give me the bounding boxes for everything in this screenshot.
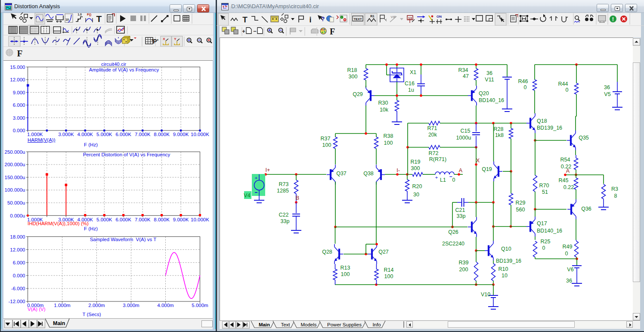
- svg-text:51: 51: [542, 189, 548, 195]
- svg-text:0.22: 0.22: [564, 184, 574, 190]
- svg-text:Y: Y: [174, 37, 176, 41]
- svg-text:5.000K: 5.000K: [96, 217, 112, 222]
- svg-text:9.000K: 9.000K: [173, 217, 189, 222]
- svg-text:C22: C22: [279, 212, 289, 218]
- svg-text:X: X: [163, 37, 165, 41]
- svg-text:13: 13: [408, 16, 412, 20]
- svg-text:560: 560: [516, 207, 525, 213]
- svg-text:Sampled Waveform V(A) vs T: Sampled Waveform V(A) vs T: [90, 237, 157, 242]
- svg-text:1.0: 1.0: [77, 13, 82, 16]
- svg-text:9.000K: 9.000K: [173, 132, 189, 137]
- svg-text:0.000: 0.000: [13, 128, 25, 133]
- svg-text:F(): F(): [87, 12, 92, 16]
- svg-text:BD140_16: BD140_16: [479, 97, 504, 103]
- svg-text:Q19: Q19: [482, 166, 492, 172]
- svg-text:Q28: Q28: [322, 249, 332, 255]
- svg-text:2.000m: 2.000m: [88, 303, 105, 308]
- svg-text:Info: Info: [372, 322, 381, 327]
- svg-text:R10: R10: [498, 266, 508, 272]
- svg-text:1k8: 1k8: [495, 132, 504, 138]
- svg-text:200: 200: [459, 267, 468, 273]
- svg-text:Q29: Q29: [353, 91, 363, 97]
- svg-text:Q27: Q27: [378, 249, 389, 255]
- svg-text:R19: R19: [411, 159, 421, 165]
- svg-text:1u: 1u: [408, 87, 414, 93]
- svg-text:I+: I+: [266, 167, 270, 173]
- svg-text:!: !: [612, 16, 614, 22]
- svg-text:2SC2240: 2SC2240: [442, 241, 464, 247]
- svg-text:A: A: [459, 168, 463, 174]
- svg-text:12.000: 12.000: [10, 247, 25, 252]
- svg-text:C16: C16: [405, 81, 415, 87]
- svg-text:i: i: [309, 16, 311, 24]
- svg-text:33p: 33p: [457, 213, 466, 219]
- svg-text:30: 30: [413, 192, 419, 198]
- svg-text:?: ?: [321, 16, 325, 22]
- svg-text:Models: Models: [300, 322, 316, 327]
- svg-text:0: 0: [452, 177, 455, 183]
- svg-text:3.000: 3.000: [13, 115, 25, 121]
- svg-text:1285: 1285: [277, 188, 289, 194]
- svg-text:BD140_16: BD140_16: [537, 228, 562, 234]
- svg-text:5.000m: 5.000m: [192, 303, 208, 308]
- svg-text:3.000K: 3.000K: [58, 132, 74, 137]
- svg-text:0: 0: [566, 87, 569, 93]
- svg-text:200.000u: 200.000u: [5, 162, 25, 167]
- svg-text:R38: R38: [384, 133, 393, 139]
- svg-text:1.000m: 1.000m: [54, 303, 70, 308]
- svg-text:Q20: Q20: [479, 90, 489, 96]
- svg-text:R70: R70: [539, 183, 549, 189]
- svg-text:10.000K: 10.000K: [191, 217, 209, 222]
- svg-text:100: 100: [384, 140, 393, 146]
- svg-text:12.000: 12.000: [10, 77, 25, 82]
- svg-text:V10: V10: [481, 292, 490, 298]
- svg-text:'P': 'P': [152, 38, 158, 45]
- svg-text:BD139_16: BD139_16: [496, 258, 521, 264]
- svg-text:C21: C21: [455, 207, 465, 213]
- svg-text:R20: R20: [412, 183, 422, 189]
- svg-text:Q26: Q26: [448, 229, 458, 235]
- svg-text:I-: I-: [396, 168, 400, 174]
- svg-text:TEXT: TEXT: [353, 17, 362, 21]
- svg-text:0: 0: [565, 251, 568, 257]
- svg-text:50.000u: 50.000u: [7, 200, 25, 205]
- svg-text:15.000: 15.000: [10, 65, 25, 70]
- svg-text:+: +: [242, 28, 245, 34]
- svg-text:R49: R49: [563, 244, 573, 250]
- svg-text:4.000K: 4.000K: [77, 132, 93, 137]
- svg-text:+: +: [255, 175, 257, 180]
- svg-text:Q18: Q18: [537, 118, 547, 124]
- svg-text:B: B: [296, 195, 299, 201]
- svg-text:5.000K: 5.000K: [96, 132, 112, 137]
- svg-text:33p: 33p: [281, 218, 290, 224]
- svg-text:0.000: 0.000: [13, 273, 25, 278]
- svg-text:V4: V4: [244, 192, 250, 199]
- svg-text:R46: R46: [518, 78, 528, 84]
- svg-text:-6.000: -6.000: [11, 286, 25, 291]
- svg-text:R29: R29: [516, 200, 526, 206]
- svg-text:7.000K: 7.000K: [135, 217, 151, 222]
- svg-text:Main: Main: [259, 322, 270, 327]
- svg-text:V6: V6: [567, 267, 573, 273]
- svg-text:10: 10: [502, 273, 508, 279]
- svg-text:250.000u: 250.000u: [5, 149, 25, 155]
- svg-text:X1: X1: [410, 69, 416, 75]
- svg-text:BD139_16: BD139_16: [537, 125, 562, 131]
- svg-text:6.000: 6.000: [13, 102, 25, 108]
- svg-text:47: 47: [463, 73, 469, 79]
- svg-text:−: −: [449, 174, 452, 180]
- svg-text:V11: V11: [485, 77, 494, 83]
- svg-text:20k: 20k: [428, 132, 437, 138]
- svg-text:R28: R28: [494, 126, 504, 132]
- svg-text:18.000: 18.000: [10, 234, 25, 239]
- svg-text:R(R71): R(R71): [429, 156, 446, 162]
- svg-text:V5: V5: [604, 91, 610, 97]
- svg-text:T: T: [96, 14, 102, 24]
- svg-text:Q17: Q17: [537, 220, 547, 227]
- svg-text:Text: Text: [281, 322, 290, 327]
- svg-text:R18: R18: [347, 67, 357, 73]
- svg-text:R34: R34: [458, 67, 468, 73]
- svg-text:36: 36: [486, 70, 492, 76]
- svg-text:3.000m: 3.000m: [123, 303, 139, 308]
- svg-text:150.000u: 150.000u: [5, 175, 25, 180]
